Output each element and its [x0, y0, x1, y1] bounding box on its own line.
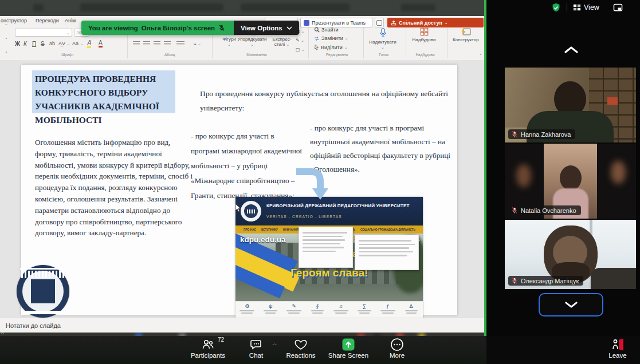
- replace-label: Замінити: [321, 35, 343, 41]
- change-case-icon[interactable]: Аа ⌄: [72, 41, 84, 46]
- titlebar-blur-pill: [33, 4, 44, 11]
- quick-styles-label: Експрес-: [273, 37, 292, 42]
- underline-button[interactable]: П: [32, 41, 36, 47]
- participant-nametag: Hanna Zakharova: [508, 129, 575, 139]
- find-button[interactable]: Знайти: [314, 27, 339, 33]
- highlight-color-icon[interactable]: 𝐴: [87, 39, 91, 48]
- select-button[interactable]: Виділити⌄: [314, 44, 348, 50]
- align-left-icon[interactable]: [133, 41, 140, 46]
- reactions-label: Reactions: [286, 352, 315, 359]
- participants-icon: [201, 338, 215, 351]
- titlebar-blur-pill: [80, 3, 223, 11]
- mouse-cursor-icon: [234, 203, 241, 212]
- participant-tile[interactable]: Hanna Zakharova: [505, 68, 636, 143]
- ppt-share-icon: [391, 20, 396, 26]
- scroll-up-button[interactable]: [562, 42, 580, 57]
- view-options-button[interactable]: View Options: [234, 21, 299, 35]
- collapse-ribbon-icon[interactable]: ⌄: [479, 52, 482, 56]
- stub-chevron-icon[interactable]: ⌄: [5, 49, 8, 54]
- comments-button[interactable]: [375, 18, 384, 27]
- addins-group-label: Надбудови: [415, 53, 434, 57]
- ppt-share-label: Спільний доступ: [399, 20, 442, 26]
- slide-canvas: ПРОЦЕДУРА ПРОВЕДЕННЯ КОНКУРСНОГО ВІДБОРУ…: [0, 60, 486, 318]
- font-color-icon[interactable]: А: [99, 39, 103, 48]
- group-divider: [447, 26, 447, 58]
- faculty-icon: ⚙: [237, 303, 257, 314]
- designer-button[interactable]: Конструктор: [450, 27, 481, 42]
- bold-button[interactable]: Ж: [15, 41, 20, 47]
- faculty-icon: ∆: [401, 303, 422, 314]
- website-title: КРИВОРІЗЬКИЙ ДЕРЖАВНИЙ ПЕДАГОГІЧНИЙ УНІВ…: [266, 203, 418, 208]
- more-icon: [390, 338, 404, 351]
- stub-chevron-icon[interactable]: ⌄: [5, 22, 8, 26]
- convert-smartart-icon[interactable]: ⤷ ⌄: [194, 41, 201, 47]
- university-logo: [17, 265, 69, 318]
- muted-mic-icon: [511, 207, 518, 214]
- website-screenshot: КРИВОРІЗЬКИЙ ДЕРЖАВНИЙ ПЕДАГОГІЧНИЙ УНІВ…: [235, 197, 423, 321]
- find-icon: [314, 27, 320, 33]
- website-url: kdpu.edu.ua: [240, 235, 286, 244]
- align-center-icon[interactable]: [143, 41, 150, 46]
- sidebar-header: View: [486, 0, 640, 15]
- columns-icon[interactable]: [176, 41, 184, 46]
- more-button[interactable]: More: [372, 338, 422, 363]
- participants-button[interactable]: 72 Participants: [183, 338, 233, 363]
- italic-button[interactable]: К: [23, 41, 27, 47]
- font-group-label: Шрифт: [61, 53, 73, 57]
- logo-columns: [21, 271, 65, 278]
- view-label: View: [584, 3, 599, 11]
- logo-book: [22, 311, 64, 314]
- leave-label: Leave: [608, 352, 626, 359]
- text-shadow-icon[interactable]: ab: [49, 41, 55, 46]
- shape-outline-icon[interactable]: ✎ ⌄: [296, 38, 304, 43]
- addins-label: Надбудови: [413, 37, 436, 42]
- participant-name: Hanna Zakharova: [521, 131, 571, 138]
- designer-label: Конструктор: [453, 37, 479, 42]
- tab-transitions[interactable]: Переходи: [36, 18, 59, 23]
- scroll-down-button[interactable]: [539, 293, 603, 316]
- nav-item: ПРО НАС: [244, 228, 256, 231]
- strikethrough-button[interactable]: S: [41, 41, 45, 47]
- leave-button[interactable]: Leave: [600, 338, 635, 363]
- stub-chevron-icon[interactable]: ⌄: [5, 35, 8, 40]
- slide[interactable]: ПРОЦЕДУРА ПРОВЕДЕННЯ КОНКУРСНОГО ВІДБОРУ…: [21, 65, 457, 315]
- leave-icon: [610, 338, 625, 351]
- chat-button[interactable]: Chat ︿: [231, 338, 281, 363]
- meeting-window: онструктор Переходи Анім ⌄ ⌄ ⌄ ⌄ 20 А̂ А…: [0, 0, 640, 364]
- dictate-button[interactable]: Надиктувати⌄: [369, 27, 396, 50]
- share-screen-button[interactable]: Share Screen: [324, 338, 373, 363]
- chevron-up-icon: [564, 46, 579, 54]
- nav-item: ВСТУПНИКУ: [261, 228, 278, 231]
- participant-nametag: Олександр Матіщук: [508, 276, 583, 286]
- reactions-button[interactable]: Reactions: [276, 338, 325, 363]
- slide-col-international: - про конкурс для участі в програмі міжн…: [191, 129, 303, 203]
- shared-screen-region: онструктор Переходи Анім ⌄ ⌄ ⌄ ⌄ 20 А̂ А…: [0, 0, 486, 336]
- char-spacing-icon[interactable]: А̲V ⌄: [58, 41, 70, 46]
- muted-mic-icon: [511, 130, 518, 138]
- viewing-banner: You are viewing Ольга Білозір's screen V…: [81, 21, 299, 35]
- person-silhouette: [591, 268, 636, 289]
- shapes-label: Фігури: [222, 37, 236, 42]
- notes-bar[interactable]: Нотатки до слайда: [0, 318, 486, 333]
- nav-item: НАВЧАННЯ: [283, 228, 299, 231]
- editing-group-label: Редагування: [326, 53, 348, 57]
- titlebar-blur-pill: [401, 4, 435, 11]
- participant-tile[interactable]: Олександр Матіщук: [505, 220, 636, 289]
- addins-icon: [420, 27, 429, 36]
- replace-button[interactable]: Замінити⌄: [314, 35, 348, 41]
- addins-button[interactable]: Надбудови: [410, 27, 438, 42]
- justify-icon[interactable]: [164, 41, 171, 46]
- align-right-icon[interactable]: [154, 41, 160, 46]
- view-button[interactable]: View: [573, 3, 599, 11]
- security-shield-icon[interactable]: [551, 3, 561, 13]
- chat-label: Chat: [249, 352, 263, 359]
- tab-animations[interactable]: Анім: [65, 18, 76, 23]
- popout-panel-icon[interactable]: [613, 3, 623, 12]
- present-in-teams-button[interactable]: Презентувати в Teams: [300, 18, 372, 27]
- website-logo-icon: [241, 201, 261, 221]
- participant-tile[interactable]: Natalia Ovcharenko: [505, 144, 636, 219]
- shape-effects-icon[interactable]: ▢ ⌄: [296, 47, 305, 52]
- font-name-box[interactable]: ⌄: [15, 29, 72, 37]
- participant-name: Олександр Матіщук: [521, 278, 579, 284]
- ppt-share-button[interactable]: Спільний доступ ⌄: [387, 18, 484, 27]
